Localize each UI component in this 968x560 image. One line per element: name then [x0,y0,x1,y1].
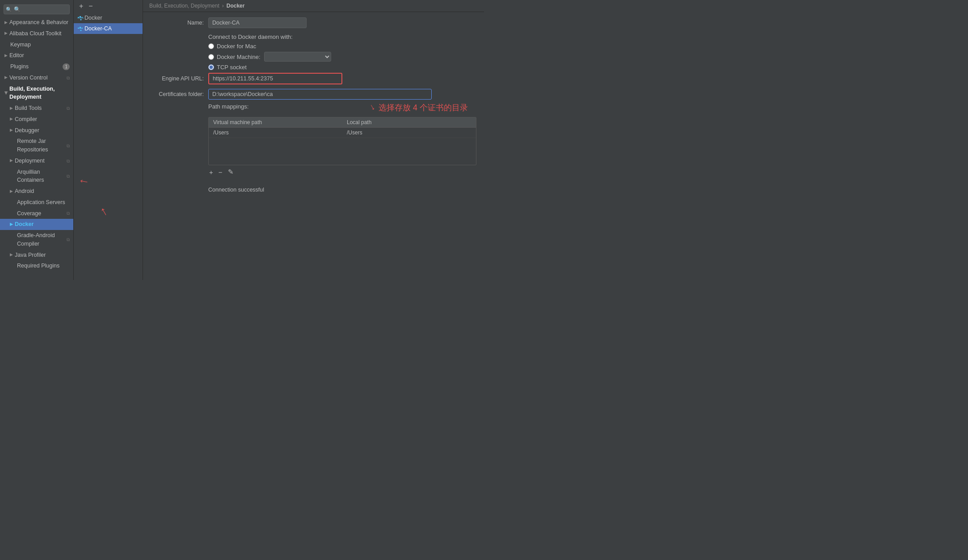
middle-toolbar: + − [74,0,143,13]
sidebar-item-appearance[interactable]: ▶ Appearance & Behavior [0,17,73,28]
copy-icon: ⧉ [67,142,70,149]
sidebar-item-label: Editor [9,51,24,60]
docker-machine-select[interactable] [264,52,331,62]
copy-icon: ⧉ [67,236,70,243]
svg-point-4 [80,19,82,21]
sidebar-item-label: Version Control [9,74,67,82]
arrow-icon: ▶ [10,127,13,134]
name-input[interactable] [208,17,307,28]
path-mappings-container: Virtual machine path Local path /Users /… [208,115,476,179]
sidebar-item-required-plugins[interactable]: Required Plugins [0,260,73,272]
radio-docker-machine[interactable] [208,54,214,60]
connection-status: Connection successful [208,184,264,196]
arrow-icon: ▶ [10,116,13,122]
sidebar-item-keymap[interactable]: Keymap [0,39,73,50]
connect-label: Connect to Docker daemon with: [208,33,293,40]
sidebar-item-docker[interactable]: ▶ Docker [0,219,73,230]
sidebar-item-gradle-android[interactable]: Gradle-Android Compiler ⧉ [0,230,73,250]
svg-rect-1 [80,17,81,18]
breadcrumb-separator: › [222,3,224,9]
svg-rect-8 [80,27,81,28]
sidebar-item-editor[interactable]: ▶ Editor [0,50,73,61]
sidebar-item-label: Keymap [4,41,31,49]
engine-api-row: Engine API URL: [150,73,477,84]
arrow-icon: ▶ [3,92,9,95]
sidebar-item-label: Compiler [15,115,37,124]
connect-label-row: Connect to Docker daemon with: [150,33,477,40]
connection-status-row: Connection successful [150,184,477,196]
radio-machine-row: Docker Machine: [150,52,477,62]
sidebar-item-label: Build Tools [15,104,67,113]
engine-api-label: Engine API URL: [150,75,208,82]
sidebar-item-label: Build, Execution, Deployment [9,85,70,102]
svg-rect-2 [81,17,83,18]
sidebar-item-coverage[interactable]: Coverage ⧉ [0,208,73,219]
arrow-icon: ▶ [10,105,13,112]
sidebar-item-compiler[interactable]: ▶ Compiler [0,114,73,125]
copy-icon: ⧉ [67,105,70,112]
certs-input[interactable] [208,89,432,100]
sidebar-item-remote-jar[interactable]: Remote Jar Repositories ⧉ [0,136,73,155]
sidebar-item-alibaba[interactable]: ▶ Alibaba Cloud Toolkit [0,28,73,39]
svg-rect-6 [80,28,81,29]
sidebar-item-deployment[interactable]: ▶ Deployment ⧉ [0,155,73,167]
main-content: Build, Execution, Deployment › Docker Na… [143,0,484,280]
engine-api-input[interactable] [208,73,342,84]
local-path-cell: /Users [342,128,476,138]
sidebar-item-app-servers[interactable]: Application Servers [0,197,73,208]
sidebar-item-build-exec[interactable]: ▶ Build, Execution, Deployment [0,84,73,103]
docker-icon [77,14,84,21]
sidebar-item-plugins[interactable]: Plugins 1 [0,61,73,72]
docker-item-docker[interactable]: Docker [74,13,143,23]
sidebar-item-arquillian[interactable]: Arquillian Containers ⧉ [0,167,73,186]
sidebar-item-label: Remote Jar Repositories [17,137,67,154]
search-bar: 🔍 [0,2,73,17]
radio-docker-mac[interactable] [208,43,214,49]
add-mapping-button[interactable]: + [208,168,214,176]
path-mappings-table: Virtual machine path Local path /Users /… [208,117,476,165]
sidebar-item-java-profiler[interactable]: ▶ Java Profiler [0,250,73,261]
search-wrapper: 🔍 [4,4,70,14]
sidebar-item-label: Plugins [4,63,63,71]
sidebar-item-label: Appearance & Behavior [9,18,68,27]
name-row: Name: [150,17,477,28]
sidebar-item-label: Deployment [15,157,67,165]
search-input[interactable] [4,4,70,14]
radio-tcp-socket[interactable] [208,64,214,70]
docker-item-docker-ca[interactable]: Docker-CA [74,23,143,34]
radio-mac-label: Docker for Mac [217,43,256,50]
svg-rect-7 [81,28,83,29]
docker-list: Docker Docker-CA [74,13,143,280]
sidebar: 🔍 ▶ Appearance & Behavior ▶ Alibaba Clou… [0,0,74,280]
add-docker-button[interactable]: + [78,3,84,10]
edit-mapping-button[interactable]: ✎ [227,168,235,176]
table-row[interactable]: /Users /Users [209,128,476,138]
radio-mac-row: Docker for Mac [150,43,477,50]
local-path-header: Local path [342,117,476,127]
annotation-text: 选择存放 4 个证书的目录 [379,102,468,113]
form-area: Name: Connect to Docker daemon with: Doc… [143,12,484,280]
breadcrumb-parent: Build, Execution, Deployment [149,3,219,9]
main-layout: 🔍 ▶ Appearance & Behavior ▶ Alibaba Clou… [0,0,484,280]
breadcrumb: Build, Execution, Deployment › Docker [143,0,484,12]
remove-docker-button[interactable]: − [88,3,93,10]
arrow-icon: ▶ [4,53,8,59]
sidebar-item-android[interactable]: ▶ Android [0,186,73,197]
arrow-icon: ▶ [10,158,13,164]
name-label: Name: [150,20,208,26]
docker-ca-item-label: Docker-CA [84,25,112,32]
remove-mapping-button[interactable]: − [218,168,223,176]
sidebar-item-label: Alibaba Cloud Toolkit [9,29,62,38]
radio-tcp-label: TCP socket [217,64,247,71]
sidebar-item-version-control[interactable]: ▶ Version Control ⧉ [0,72,73,84]
sidebar-item-debugger[interactable]: ▶ Debugger [0,125,73,136]
sidebar-item-label: Java Profiler [15,251,46,259]
copy-icon: ⧉ [67,75,70,81]
sidebar-item-label: Android [15,187,34,196]
arrow-icon: ▶ [4,75,8,81]
copy-icon: ⧉ [67,158,70,164]
table-header: Virtual machine path Local path [209,117,476,128]
vm-path-header: Virtual machine path [209,117,342,127]
sidebar-item-build-tools[interactable]: ▶ Build Tools ⧉ [0,103,73,114]
path-mappings-label: Path mappings: [208,103,248,110]
